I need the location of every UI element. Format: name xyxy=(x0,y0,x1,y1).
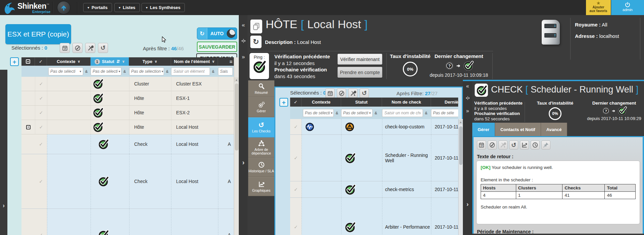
graph-button[interactable] xyxy=(520,140,529,150)
expand-panel-button[interactable]: › xyxy=(239,159,248,166)
add-favorites-button[interactable]: ★ Ajouter aux favoris xyxy=(586,0,611,15)
duplicate-view-button[interactable] xyxy=(250,19,262,34)
checks-table-scrollbar[interactable]: ▲ xyxy=(458,119,463,235)
expand-left-panel-button[interactable]: › xyxy=(0,202,7,209)
collapse-all-header[interactable] xyxy=(21,57,35,66)
row-check[interactable]: ✓ xyxy=(35,209,47,235)
tab-les-checks[interactable]: ↺Les Checks xyxy=(248,117,274,137)
scroll-top-button[interactable] xyxy=(57,1,70,14)
resize-handle-icon[interactable] xyxy=(239,38,248,45)
add-check-button[interactable]: + xyxy=(279,98,288,107)
auto-refresh-toggle[interactable]: ↻ AUTO xyxy=(197,27,237,40)
menu-portails[interactable]: ▾Portails xyxy=(83,3,112,12)
collapse-right-button[interactable]: » xyxy=(239,54,248,60)
row-check[interactable]: ✓ xyxy=(35,77,47,91)
menu-listes[interactable]: ▾Listes xyxy=(114,3,140,12)
collapse-row-button[interactable] xyxy=(21,120,35,134)
acknowledge-button[interactable] xyxy=(488,140,497,150)
recheck-button[interactable]: ↺ xyxy=(509,140,518,150)
prev-check-label: Vérification précédente xyxy=(274,54,330,59)
tab-historique-sla[interactable]: Historique / SLA xyxy=(248,158,274,177)
check-now-button[interactable]: Vérifier maintenant xyxy=(337,54,382,65)
tab-gerer[interactable]: Gérer xyxy=(472,123,495,136)
row-check[interactable]: ✓ xyxy=(35,91,47,105)
collapse-left-button[interactable]: « xyxy=(463,83,472,89)
collapse-right-button[interactable]: » xyxy=(463,108,472,114)
elements-table-scrollbar[interactable]: ▲ xyxy=(234,57,239,235)
column-type[interactable]: Type∨ xyxy=(129,57,171,66)
recheck-button[interactable]: ↺ xyxy=(360,89,369,98)
chevron-down-icon: ∨ xyxy=(212,59,215,64)
row-check[interactable]: ✓ xyxy=(35,154,47,209)
menu-les-syntheses[interactable]: ▾Les Synthèses xyxy=(142,3,185,12)
save-button[interactable]: SAUVEGARDER xyxy=(197,42,237,52)
acknowledge-button[interactable]: Prendre en compte xyxy=(337,67,382,78)
filter-contexte-select[interactable]: Pas de sélecti▾ xyxy=(48,67,83,75)
column-contexte[interactable]: Contexte∨ xyxy=(47,57,91,66)
filter-type-select[interactable]: Pas de sélection▾ xyxy=(129,67,164,75)
table-row-esx-1[interactable]: ✓ Hôte ESX-1 xyxy=(21,91,234,106)
filter-nom-input[interactable] xyxy=(382,109,423,117)
filter-extra-input[interactable]: Sais xyxy=(218,67,233,75)
filter-statut-select[interactable]: Pas de sélecti▾ xyxy=(91,67,121,75)
row-check[interactable]: ✓ xyxy=(290,198,302,235)
tab-avance[interactable]: Avancé xyxy=(541,123,568,136)
planning-button[interactable]: 15 xyxy=(325,89,335,98)
row-check[interactable]: ✓ xyxy=(35,106,47,120)
column-statut[interactable]: Statut xyxy=(341,98,382,107)
history-button[interactable] xyxy=(531,140,540,150)
tab-gerer[interactable]: Gérer xyxy=(248,97,274,117)
filter-statut-select[interactable]: Pas de sélecti▾ xyxy=(341,109,373,117)
scroll-up-arrow[interactable]: ▲ xyxy=(234,77,239,82)
column-nom-de-check[interactable]: Nom de check xyxy=(382,98,431,107)
user-menu-button[interactable]: admin xyxy=(611,0,644,15)
refresh-host-button[interactable]: ↻ xyxy=(250,36,262,48)
row-check[interactable]: ✓ xyxy=(35,120,47,134)
check-row-check-loop-custom[interactable]: ✓ check-loop-custom 2017-10-11 1 xyxy=(290,119,458,135)
tools-button[interactable] xyxy=(85,43,95,53)
column-contexte[interactable]: Contexte xyxy=(302,98,341,107)
table-row-cluster-esx[interactable]: ✓ Cluster Cluster ESX xyxy=(21,77,234,91)
table-row-esx-2[interactable]: ✓ Hôte ESX-2 xyxy=(21,106,234,120)
filter-contexte-select[interactable]: Pas de sélecti▾ xyxy=(303,109,334,117)
check-row-arbiter-performance[interactable]: ✓ Arbiter - Performance 2017-10-11 1 xyxy=(290,198,458,235)
planning-button[interactable]: 15 xyxy=(60,43,70,53)
filter-derniere-select[interactable]: Pas de séle xyxy=(431,109,458,117)
view-title-button[interactable]: ESX et ERP (copie) xyxy=(5,24,71,44)
table-row-local-host[interactable]: ✓ Hôte Local Host xyxy=(21,120,234,134)
filter-nom-input[interactable] xyxy=(171,67,210,75)
table-row-check-partial[interactable]: ✓ A xyxy=(21,209,234,235)
table-row-check-local-host[interactable]: ✓ Check Local Host A xyxy=(21,134,234,154)
column-menu[interactable]: ≡ xyxy=(218,57,234,66)
scrollbar-thumb[interactable] xyxy=(459,126,463,165)
expand-panel-button[interactable]: › xyxy=(463,200,472,208)
acknowledge-button[interactable] xyxy=(72,43,83,53)
tab-resume[interactable]: Résumé xyxy=(248,80,274,97)
scrollbar-thumb[interactable] xyxy=(235,83,238,151)
acknowledge-button[interactable] xyxy=(337,89,346,98)
select-all-header[interactable]: ✓ xyxy=(35,57,47,66)
tab-graphiques[interactable]: Graphiques xyxy=(248,177,274,196)
tab-contacts-et-notif[interactable]: Contacts et Notif xyxy=(495,123,541,136)
add-element-button[interactable]: + xyxy=(10,57,19,66)
resize-handle-icon[interactable] xyxy=(463,95,472,102)
row-check[interactable]: ✓ xyxy=(35,134,47,154)
column-derniere[interactable]: Derniè xyxy=(431,98,458,107)
row-check[interactable]: ✓ xyxy=(290,181,302,197)
select-all-header[interactable]: ✓ xyxy=(290,98,302,107)
recheck-button[interactable]: ↺ xyxy=(98,43,108,53)
row-check[interactable]: ✓ xyxy=(290,119,302,134)
toggle-knob[interactable] xyxy=(227,29,235,38)
check-row-scheduler-running-well[interactable]: ✓ Scheduler - Running Well 2017-10-11 1 xyxy=(290,135,458,181)
tab-arbre-de-dependance[interactable]: Arbre de dépendance xyxy=(248,137,274,158)
row-check[interactable]: ✓ xyxy=(290,135,302,181)
tools-button[interactable] xyxy=(348,89,358,98)
column-statut-sorted[interactable]: 1Statut⇵∨ xyxy=(91,57,129,66)
check-row-check-metrics[interactable]: ✓ check-metrics 2017-10-11 1 xyxy=(290,181,458,198)
table-row-check-local-host[interactable]: ✓ Check Local Host A xyxy=(21,154,234,209)
collapse-left-button[interactable]: « xyxy=(239,22,248,28)
network-icon xyxy=(258,140,265,147)
scroll-up-arrow[interactable]: ▲ xyxy=(459,120,463,124)
column-nom[interactable]: Nom de l'élément∨ xyxy=(171,57,218,66)
planning-button[interactable]: 15 xyxy=(477,140,486,150)
